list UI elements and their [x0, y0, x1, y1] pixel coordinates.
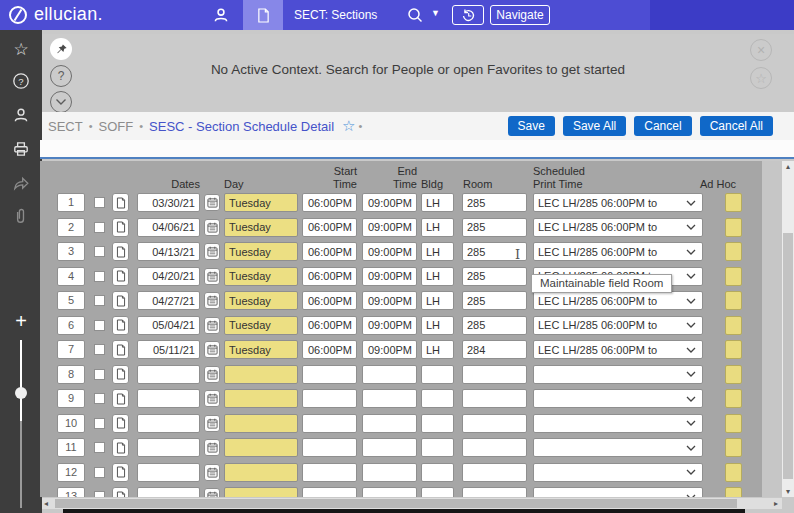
save-all-button[interactable]: Save All	[563, 116, 626, 136]
calendar-button[interactable]	[204, 268, 220, 285]
day-input[interactable]	[224, 414, 298, 433]
row-detail-button[interactable]	[112, 365, 129, 384]
bldg-input[interactable]	[421, 193, 454, 212]
bldg-input[interactable]	[421, 438, 454, 457]
row-select-checkbox[interactable]	[94, 442, 105, 453]
cancel-all-button[interactable]: Cancel All	[700, 116, 773, 136]
date-input[interactable]	[137, 487, 200, 497]
bldg-input[interactable]	[421, 340, 454, 359]
room-input[interactable]	[462, 291, 527, 310]
calendar-button[interactable]	[204, 341, 220, 358]
end-time-input[interactable]	[362, 487, 417, 497]
day-input[interactable]	[224, 463, 298, 482]
end-time-input[interactable]	[362, 218, 417, 237]
row-detail-button[interactable]	[112, 267, 129, 286]
room-input[interactable]	[462, 218, 527, 237]
row-select-checkbox[interactable]	[94, 491, 105, 497]
save-button[interactable]: Save	[508, 116, 555, 136]
favorite-icon[interactable]: ☆	[750, 67, 772, 89]
bldg-input[interactable]	[421, 291, 454, 310]
calendar-button[interactable]	[204, 464, 220, 481]
chevron-down-icon[interactable]	[50, 91, 72, 113]
pin-icon[interactable]	[50, 38, 72, 60]
zoom-slider-thumb[interactable]	[15, 387, 27, 399]
day-input[interactable]	[224, 340, 298, 359]
row-select-checkbox[interactable]	[94, 418, 105, 429]
open-page-tab[interactable]	[243, 0, 283, 30]
start-time-input[interactable]	[302, 487, 357, 497]
row-select-checkbox[interactable]	[94, 246, 105, 257]
start-time-input[interactable]	[302, 193, 357, 212]
end-time-input[interactable]	[362, 463, 417, 482]
bldg-input[interactable]	[421, 242, 454, 261]
breadcrumb-item-sect[interactable]: SECT	[48, 119, 83, 134]
room-input[interactable]	[462, 487, 527, 497]
date-input[interactable]	[137, 463, 200, 482]
print-time-select[interactable]	[533, 463, 703, 482]
favorite-page-star-icon[interactable]: ☆	[342, 117, 355, 135]
start-time-input[interactable]	[302, 463, 357, 482]
ellucian-logo[interactable]: ellucian.	[8, 4, 103, 25]
scroll-up-arrow-icon[interactable]: ▴	[782, 162, 794, 171]
calendar-button[interactable]	[204, 194, 220, 211]
bldg-input[interactable]	[421, 218, 454, 237]
row-detail-button[interactable]	[112, 414, 129, 433]
end-time-input[interactable]	[362, 193, 417, 212]
help-icon[interactable]: ?	[0, 72, 42, 90]
vertical-scrollbar-thumb[interactable]	[783, 233, 793, 479]
print-time-select[interactable]	[533, 365, 703, 384]
start-time-input[interactable]	[302, 267, 357, 286]
user-icon[interactable]	[212, 6, 230, 24]
date-input[interactable]	[137, 193, 200, 212]
scroll-right-arrow-icon[interactable]: ▸	[774, 498, 778, 509]
ad-hoc-indicator[interactable]	[725, 218, 742, 237]
zoom-slider[interactable]	[20, 340, 22, 508]
attachment-icon[interactable]	[0, 207, 42, 225]
row-detail-button[interactable]	[112, 291, 129, 310]
close-icon[interactable]: ×	[750, 39, 772, 61]
room-input[interactable]	[462, 340, 527, 359]
day-input[interactable]	[224, 218, 298, 237]
print-time-select[interactable]: LEC LH/285 06:00PM to	[533, 193, 703, 212]
ad-hoc-indicator[interactable]	[725, 463, 742, 482]
day-input[interactable]	[224, 242, 298, 261]
print-time-select[interactable]: LEC LH/285 06:00PM to	[533, 242, 703, 261]
ad-hoc-indicator[interactable]	[725, 438, 742, 457]
row-select-checkbox[interactable]	[94, 369, 105, 380]
end-time-input[interactable]	[362, 438, 417, 457]
calendar-button[interactable]	[204, 488, 220, 497]
ad-hoc-indicator[interactable]	[725, 267, 742, 286]
start-time-input[interactable]	[302, 438, 357, 457]
print-time-select[interactable]: LEC LH/285 06:00PM to	[533, 340, 703, 359]
day-input[interactable]	[224, 389, 298, 408]
room-input[interactable]	[462, 414, 527, 433]
calendar-button[interactable]	[204, 292, 220, 309]
bldg-input[interactable]	[421, 487, 454, 497]
print-time-select[interactable]	[533, 487, 703, 497]
end-time-input[interactable]	[362, 267, 417, 286]
search-icon[interactable]	[406, 6, 424, 24]
date-input[interactable]	[137, 389, 200, 408]
calendar-button[interactable]	[204, 317, 220, 334]
day-input[interactable]	[224, 316, 298, 335]
ad-hoc-indicator[interactable]	[725, 365, 742, 384]
date-input[interactable]	[137, 414, 200, 433]
navigate-button[interactable]: Navigate	[490, 5, 550, 25]
room-input[interactable]	[462, 316, 527, 335]
date-input[interactable]	[137, 340, 200, 359]
end-time-input[interactable]	[362, 389, 417, 408]
ad-hoc-indicator[interactable]	[725, 487, 742, 497]
room-input[interactable]	[462, 389, 527, 408]
row-select-checkbox[interactable]	[94, 197, 105, 208]
print-time-select[interactable]	[533, 414, 703, 433]
print-icon[interactable]	[0, 140, 42, 158]
print-time-select[interactable]: LEC LH/285 06:00PM to	[533, 291, 703, 310]
row-select-checkbox[interactable]	[94, 222, 105, 233]
start-time-input[interactable]	[302, 291, 357, 310]
ad-hoc-indicator[interactable]	[725, 389, 742, 408]
date-input[interactable]	[137, 267, 200, 286]
row-detail-button[interactable]	[112, 316, 129, 335]
print-time-select[interactable]	[533, 389, 703, 408]
print-time-select[interactable]: LEC LH/285 06:00PM to	[533, 316, 703, 335]
end-time-input[interactable]	[362, 414, 417, 433]
